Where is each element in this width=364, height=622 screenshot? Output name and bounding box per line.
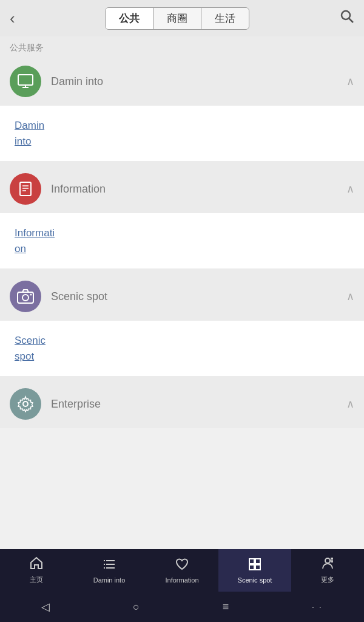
tab-shenghuo[interactable]: 生活 [201, 8, 249, 29]
document-icon [17, 180, 34, 197]
tab-more-bottom[interactable]: 更多 [291, 549, 364, 592]
category-information: Information ∧ Information [0, 165, 364, 268]
grid-icon [248, 558, 261, 575]
category-row-enterprise[interactable]: Enterprise ∧ [0, 380, 364, 428]
tab-damin-bottom[interactable]: Damin into [73, 549, 146, 592]
tab-shanquan[interactable]: 商圈 [153, 8, 201, 29]
section-header: 公共服务 [0, 36, 364, 57]
information-link[interactable]: Information [15, 227, 55, 255]
person-icon [321, 556, 334, 573]
home-icon [30, 556, 43, 573]
damin-icon-wrap [10, 66, 41, 97]
category-scenic-spot: Scenic spot ∧ Scenicspot [0, 272, 364, 376]
category-row-information[interactable]: Information ∧ [0, 165, 364, 213]
more-tab-label: 更多 [321, 575, 334, 584]
list-icon [103, 558, 116, 575]
gear-icon [17, 395, 34, 412]
damin-label: Damin into [51, 75, 346, 88]
bottom-tab-bar: 主页 Damin into Information [0, 549, 364, 592]
tab-home[interactable]: 主页 [0, 549, 73, 592]
scenic-chevron: ∧ [346, 290, 354, 303]
monitor-icon [17, 73, 34, 90]
svg-rect-22 [255, 565, 260, 570]
home-tab-label: 主页 [30, 575, 43, 584]
svg-point-12 [23, 402, 28, 406]
nav-tab-group: 公共 商圈 生活 [105, 7, 249, 30]
damin-tab-label: Damin into [93, 576, 126, 584]
svg-point-0 [342, 11, 350, 19]
scenic-icon-wrap [10, 281, 41, 312]
enterprise-chevron: ∧ [346, 397, 354, 411]
back-button[interactable]: ‹ [10, 9, 15, 28]
damin-panel: Damininto [0, 106, 364, 161]
tab-information-bottom[interactable]: Information [146, 549, 218, 592]
enterprise-icon-wrap [10, 388, 41, 420]
category-row-damin[interactable]: Damin into ∧ [0, 57, 364, 106]
svg-rect-5 [20, 182, 31, 196]
category-enterprise: Enterprise ∧ [0, 380, 364, 428]
scenic-tab-label: Scenic spot [238, 576, 272, 584]
tab-scenic-bottom[interactable]: Scenic spot [218, 549, 291, 592]
top-navigation: ‹ 公共 商圈 生活 [0, 0, 364, 36]
enterprise-label: Enterprise [51, 398, 346, 411]
svg-point-11 [30, 294, 32, 296]
system-menu-button[interactable]: ≡ [223, 601, 229, 613]
scenic-label: Scenic spot [51, 290, 346, 303]
category-row-scenic[interactable]: Scenic spot ∧ [0, 272, 364, 321]
svg-rect-21 [249, 565, 254, 570]
info-tab-label: Information [165, 576, 198, 584]
damin-link[interactable]: Damininto [15, 120, 44, 147]
system-nav-bar: ◁ ○ ≡ · · [0, 592, 364, 622]
svg-point-10 [22, 295, 29, 301]
category-damin-into: Damin into ∧ Damininto [0, 57, 364, 161]
svg-rect-2 [18, 75, 33, 85]
scenic-link[interactable]: Scenicspot [15, 335, 46, 362]
search-icon[interactable] [340, 9, 354, 27]
scenic-panel: Scenicspot [0, 321, 364, 376]
system-dots-button[interactable]: · · [312, 602, 323, 612]
system-home-button[interactable]: ○ [133, 601, 140, 613]
damin-chevron: ∧ [346, 75, 354, 88]
svg-rect-20 [255, 559, 260, 564]
information-icon-wrap [10, 173, 41, 205]
information-panel: Information [0, 213, 364, 268]
camera-icon [16, 288, 35, 305]
information-chevron: ∧ [346, 182, 354, 196]
svg-line-1 [349, 19, 353, 23]
svg-rect-19 [249, 559, 254, 564]
heart-icon [175, 558, 189, 575]
svg-point-23 [325, 558, 330, 563]
information-label: Information [51, 183, 346, 196]
system-back-button[interactable]: ◁ [41, 600, 50, 613]
content-area: Damin into ∧ Damininto Information ∧ Inf… [0, 57, 364, 428]
tab-gongong[interactable]: 公共 [106, 8, 153, 29]
